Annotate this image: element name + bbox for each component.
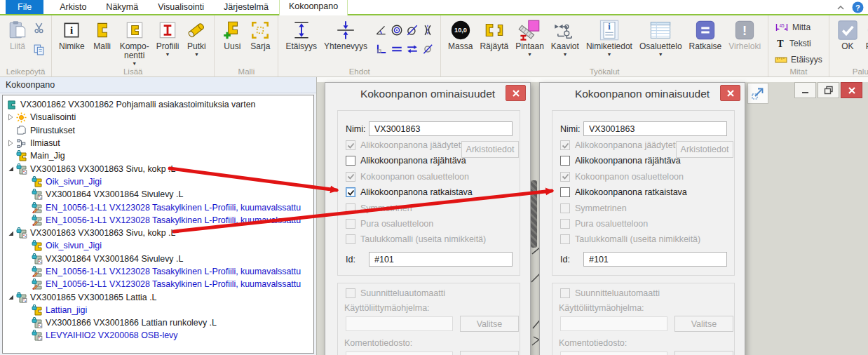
tree-item[interactable]: EN_10056-1-L1 VX123028 Tasakylkinen L-Pr… <box>3 265 313 278</box>
checkbox-alikokoonpanona-ratkaistava[interactable] <box>560 187 570 197</box>
parallel-button[interactable] <box>391 43 403 58</box>
ribbon-button-poistu[interactable]: Poistu <box>862 18 868 51</box>
angle-button[interactable] <box>375 24 388 39</box>
workspace: Kokoonpano VX3001862 VX3001862 Pohjamall… <box>0 77 868 355</box>
ribbon-button-massa[interactable]: 10,0Massa <box>445 18 476 51</box>
svg-text:i: i <box>608 22 611 32</box>
concentric-icon <box>391 24 403 36</box>
tree-item[interactable]: VX3001863 VX3001863 Sivu, kokp .L <box>3 162 313 175</box>
checkbox-label: Pura osaluetteloon <box>360 219 433 229</box>
tree-item[interactable]: EN_10056-1-L1 VX123028 Tasakylkinen L-Pr… <box>3 201 313 213</box>
name-input[interactable] <box>583 121 727 136</box>
tree-item[interactable]: EN_10056-1-L1 VX123028 Tasakylkinen L-Pr… <box>3 214 313 227</box>
symmetry-button[interactable] <box>421 24 434 39</box>
ribbon-button-pintaan[interactable]: Pintaan▼ <box>512 18 548 58</box>
checkbox-alikokoonpanona-j-dytetty <box>560 140 570 150</box>
name-input[interactable] <box>369 121 513 136</box>
expander-open-icon[interactable] <box>6 229 15 237</box>
checkbox-kokoonpanon-osaluetteloon <box>346 172 355 182</box>
ribbon-button-kaaviot[interactable]: Kaaviot▼ <box>548 18 583 58</box>
ribbon-button-putki[interactable]: Putki▼ <box>182 18 210 58</box>
ribbon-button-sarja[interactable]: Sarja <box>246 18 274 51</box>
ui-program-label: Käyttöliittymäohjelma: <box>344 303 430 313</box>
ribbon-group-mitat: 45MittaTTekstiEtäisyysMitat <box>768 15 829 76</box>
cut-button[interactable] <box>33 22 45 36</box>
tree-item[interactable]: VX3001862 VX3001862 Pohjamalli asiakasto… <box>3 98 313 111</box>
tree-item[interactable]: VX3001864 VX3001864 Sivulevy .L <box>3 188 313 201</box>
copy-button[interactable] <box>33 43 45 58</box>
tree-item[interactable]: VX3001864 VX3001864 Sivulevy .L <box>3 253 313 265</box>
restore-button[interactable] <box>818 82 839 98</box>
concentric-button[interactable] <box>391 24 403 39</box>
ribbon-button-yhtenevyys[interactable]: Yhtenevyys <box>320 18 371 51</box>
tree-item[interactable]: Oik_sivun_Jigi <box>3 239 313 252</box>
checkbox-symmetrinen <box>346 203 355 213</box>
tab-j-rjestelm[interactable]: Järjestelmä <box>215 0 278 14</box>
close-window-button[interactable] <box>841 82 862 98</box>
tree-item[interactable]: VX3001863 VX3001863 Sivu, kokp .L <box>3 227 313 239</box>
tree-item[interactable]: LEVYAIHIO2 VX200068 OSB-levy <box>3 329 313 342</box>
ribbon-button-r-j-yt[interactable]: Räjäytä <box>476 18 512 51</box>
ribbon-button-et-isyys[interactable]: Etäisyys <box>282 18 320 51</box>
unconstrain-button[interactable] <box>421 43 434 58</box>
ribbon-button-et-isyys[interactable]: Etäisyys <box>772 51 825 67</box>
dropdown-arrow-icon: ▼ <box>194 51 199 58</box>
ribbon-button-nimiketiedot[interactable]: iNimiketiedot▼ <box>583 18 636 58</box>
perpendicular-button[interactable] <box>375 43 388 58</box>
expander-closed-icon[interactable] <box>6 139 15 147</box>
ribbon-button-malli[interactable]: Malli <box>88 18 116 51</box>
ribbon-group-label: Ehdot <box>278 67 440 76</box>
ribbon-group-label: Paluu <box>829 67 868 76</box>
id-input[interactable] <box>369 252 513 267</box>
tree-item-label: EN_10056-1-L1 VX123028 Tasakylkinen L-Pr… <box>46 267 301 276</box>
tangent-button[interactable] <box>406 24 419 39</box>
tab-arkisto[interactable]: Arkisto <box>50 0 95 14</box>
command-file-label: Komentotiedosto: <box>344 338 412 348</box>
ribbon-button-ok[interactable]: OK <box>833 18 862 51</box>
ribbon-button-label: Nimiketiedot <box>586 42 632 51</box>
profile-part-icon <box>31 215 43 226</box>
tree-item[interactable]: Lattian_jigi <box>3 304 313 316</box>
tab-visualisointi[interactable]: Visualisointi <box>149 0 213 14</box>
dropdown-arrow-icon: ▼ <box>606 51 611 58</box>
help-icon[interactable]: ? <box>852 1 864 13</box>
ribbon-button-ratkaise[interactable]: Ratkaise <box>686 18 726 51</box>
ribbon-button-uusi[interactable]: Uusi <box>218 18 246 51</box>
id-input[interactable] <box>583 252 727 267</box>
opposite-button[interactable] <box>406 43 419 58</box>
tree-item[interactable]: Oik_sivun_Jigi <box>3 175 313 188</box>
tree-item[interactable]: EN_10056-1-L1 VX123028 Tasakylkinen L-Pr… <box>3 278 313 290</box>
tab-kokoonpano[interactable]: Kokoonpano <box>279 0 348 15</box>
ribbon-button-teksti[interactable]: TTeksti <box>772 35 825 51</box>
ribbon-button-label: Yhtenevyys <box>324 42 367 51</box>
pick-tool-button[interactable] <box>747 83 768 104</box>
checkbox-alikokoonpanona-r-j-ht-v[interactable] <box>560 156 570 166</box>
close-icon[interactable] <box>720 85 740 101</box>
ribbon-button-profiili[interactable]: Profiili▼ <box>153 18 183 58</box>
ribbon-button-kompo[interactable]: Kompo- nentti▼ <box>116 18 153 67</box>
minimize-button[interactable] <box>794 82 816 98</box>
tree-item[interactable]: Ilmiasut <box>3 137 313 149</box>
ribbon-button-mitta[interactable]: 45Mitta <box>772 19 825 35</box>
tree-item[interactable]: VX3001866 VX3001866 Lattian runkolevy .L <box>3 316 313 329</box>
ribbon-button-nimike[interactable]: iNimike <box>55 18 88 51</box>
expander-open-icon[interactable] <box>6 165 15 173</box>
chevron-up-icon[interactable] <box>835 2 846 13</box>
tree-item[interactable]: Visualisointi <box>3 111 313 123</box>
tree-item-label: VX3001862 VX3001862 Pohjamalli asiakasto… <box>20 100 255 109</box>
tree-item[interactable]: Main_Jig <box>3 149 313 162</box>
tree-item[interactable]: Piirustukset <box>3 124 313 137</box>
close-icon[interactable] <box>506 85 526 101</box>
checkbox-alikokoonpanona-ratkaistava[interactable] <box>346 187 355 197</box>
checkbox-alikokoonpanona-r-j-ht-v[interactable] <box>346 156 355 166</box>
dropdown-arrow-icon: ▼ <box>527 51 532 58</box>
tree-item-label: VX3001864 VX3001864 Sivulevy .L <box>46 189 183 199</box>
tree-item[interactable]: VX3001865 VX3001865 Lattia .L <box>3 290 313 303</box>
expander-closed-icon[interactable] <box>6 113 15 121</box>
ribbon-button-label: Teksti <box>789 39 811 48</box>
expander-open-icon[interactable] <box>6 293 15 301</box>
ribbon-button-osaluettelo[interactable]: Osaluettelo▼ <box>636 18 686 58</box>
tab-file[interactable]: File <box>6 0 43 14</box>
tab-n-kym[interactable]: Näkymä <box>97 0 147 14</box>
ribbon-group-label: Malli <box>215 67 278 76</box>
